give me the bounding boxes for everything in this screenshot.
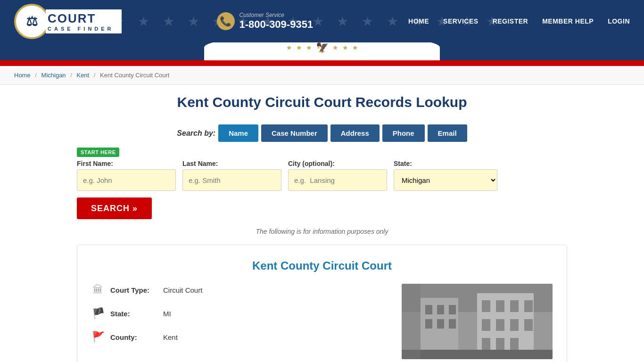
nav-home[interactable]: HOME — [408, 17, 429, 25]
svg-rect-8 — [437, 319, 444, 329]
county-value: Kent — [163, 333, 178, 341]
nav-services[interactable]: SERVICES — [443, 17, 479, 25]
cs-text-block: Customer Service 1-800-309-9351 — [239, 12, 314, 31]
swoosh-eagle: ★ ★ ★ 🦅 ★ ★ ★ — [204, 42, 440, 60]
svg-rect-16 — [510, 319, 519, 331]
search-button[interactable]: SEARCH » — [77, 197, 152, 219]
breadcrumb-kent[interactable]: Kent — [76, 72, 89, 79]
cs-phone: 1-800-309-9351 — [239, 18, 314, 31]
state-group: State: AlabamaAlaskaArizonaArkansas Cali… — [394, 160, 497, 191]
court-details: 🏛 Court Type: Circuit Court 🏴 State: MI … — [91, 284, 553, 359]
search-tabs-row: Search by: Name Case Number Address Phon… — [77, 124, 567, 142]
state-icon: 🏴 — [91, 307, 105, 320]
first-name-group: First Name: — [77, 160, 176, 191]
svg-rect-12 — [510, 300, 519, 312]
court-type-value: Circuit Court — [163, 286, 202, 294]
first-name-input[interactable] — [77, 169, 176, 191]
tab-phone[interactable]: Phone — [382, 124, 425, 142]
court-type-label: Court Type: — [110, 286, 157, 294]
svg-rect-5 — [437, 305, 444, 314]
main-content: Kent County Circuit Court Records Lookup… — [63, 85, 581, 362]
search-form: First Name: Last Name: City (optional): … — [77, 160, 567, 219]
breadcrumb-michigan[interactable]: Michigan — [41, 72, 66, 79]
banner-swoosh: ★ ★ ★ 🦅 ★ ★ ★ — [0, 42, 644, 66]
cs-label: Customer Service — [239, 12, 314, 18]
logo[interactable]: ⚖ COURT CASE FINDER — [14, 4, 122, 39]
state-detail-value: MI — [163, 310, 171, 318]
svg-rect-21 — [402, 350, 553, 359]
svg-rect-18 — [482, 338, 490, 350]
customer-service: 📞 Customer Service 1-800-309-9351 — [217, 12, 314, 31]
svg-rect-11 — [496, 300, 504, 312]
svg-rect-22 — [402, 284, 421, 359]
last-name-group: Last Name: — [182, 160, 281, 191]
logo-emblem: ⚖ — [14, 4, 50, 39]
state-row: 🏴 State: MI — [91, 307, 402, 320]
svg-rect-13 — [524, 300, 533, 312]
tab-email[interactable]: Email — [428, 124, 467, 142]
last-name-input[interactable] — [182, 169, 281, 191]
nav-login[interactable]: LOGIN — [608, 17, 630, 25]
court-details-left: 🏛 Court Type: Circuit Court 🏴 State: MI … — [91, 284, 402, 354]
phone-icon: 📞 — [217, 12, 235, 30]
city-input[interactable] — [288, 169, 387, 191]
page-title: Kent County Circuit Court Records Lookup — [77, 94, 567, 110]
start-here-badge: START HERE — [77, 148, 119, 157]
state-select[interactable]: AlabamaAlaskaArizonaArkansas CaliforniaC… — [394, 169, 497, 191]
svg-rect-10 — [482, 300, 490, 312]
svg-rect-14 — [482, 319, 490, 331]
court-type-row: 🏛 Court Type: Circuit Court — [91, 284, 402, 296]
county-icon: 🚩 — [91, 331, 105, 343]
breadcrumb-current: Kent County Circuit Court — [100, 72, 169, 79]
swoosh-red-bar — [0, 60, 644, 66]
info-notice: The following is for information purpose… — [77, 228, 567, 235]
last-name-label: Last Name: — [182, 160, 281, 167]
svg-rect-15 — [496, 319, 504, 331]
site-header: ★ ★ ★ ★ ★ ★ ★ ★ ★ ★ ★ ★ ★ ★ ★ ★ ★ ★ ★ ★ … — [0, 0, 644, 42]
city-group: City (optional): — [288, 160, 387, 191]
first-name-label: First Name: — [77, 160, 176, 167]
nav-register[interactable]: REGISTER — [493, 17, 528, 25]
breadcrumb: Home / Michigan / Kent / Kent County Cir… — [0, 66, 644, 85]
city-label: City (optional): — [288, 160, 387, 167]
main-navigation: HOME SERVICES REGISTER MEMBER HELP LOGIN — [408, 17, 630, 25]
svg-rect-19 — [496, 338, 504, 350]
state-label: State: — [394, 160, 497, 167]
search-by-label: Search by: — [177, 129, 215, 138]
svg-rect-17 — [524, 319, 533, 331]
logo-text: COURT CASE FINDER — [46, 9, 122, 33]
nav-member-help[interactable]: MEMBER HELP — [542, 17, 594, 25]
breadcrumb-home[interactable]: Home — [14, 72, 31, 79]
county-label: County: — [110, 333, 157, 341]
tab-case-number[interactable]: Case Number — [261, 124, 328, 142]
svg-rect-20 — [510, 338, 519, 350]
court-type-icon: 🏛 — [91, 284, 105, 296]
start-here-badge-wrapper: START HERE — [77, 148, 567, 160]
logo-court-text: COURT — [48, 11, 114, 26]
court-info-box: Kent County Circuit Court 🏛 Court Type: … — [77, 245, 567, 362]
tab-name[interactable]: Name — [218, 124, 258, 142]
county-row: 🚩 County: Kent — [91, 331, 402, 343]
court-info-title: Kent County Circuit Court — [91, 259, 553, 272]
svg-rect-6 — [449, 305, 456, 314]
eagle-icon: 🦅 — [316, 42, 329, 54]
svg-rect-7 — [425, 319, 432, 329]
court-building-image — [402, 284, 553, 359]
state-detail-label: State: — [110, 310, 157, 318]
tab-address[interactable]: Address — [330, 124, 380, 142]
svg-rect-4 — [425, 305, 432, 314]
svg-rect-9 — [449, 319, 456, 329]
building-svg — [402, 284, 553, 359]
logo-finder-text: CASE FINDER — [48, 26, 114, 32]
